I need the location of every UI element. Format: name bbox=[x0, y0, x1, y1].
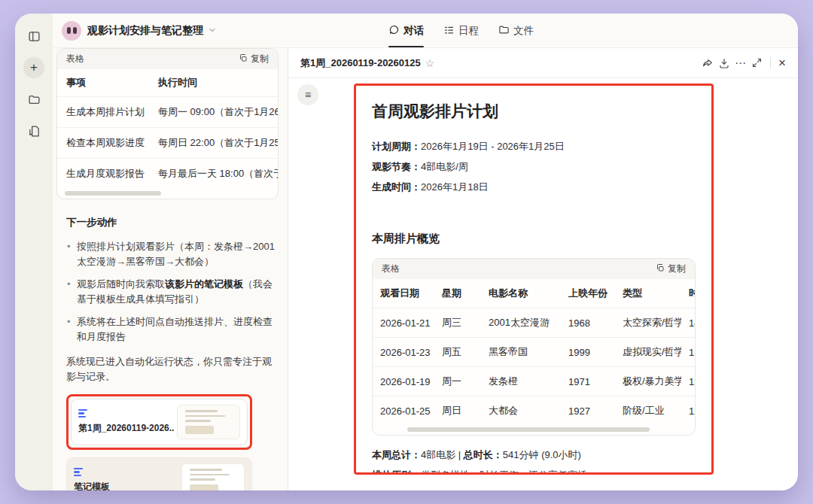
divider bbox=[770, 57, 771, 69]
file-card-template[interactable]: 笔记模板 bbox=[66, 457, 252, 490]
next-actions-heading: 下一步动作 bbox=[66, 216, 276, 229]
left-rail: + bbox=[15, 14, 53, 490]
desktop-backdrop: + 观影计划安排与笔记整理 对话 日程 bbox=[0, 0, 813, 504]
table-row: 2026-01-21周三 2001太空漫游1968 太空探索/哲学14 bbox=[373, 308, 696, 338]
summary-block: 本周总计：4部电影 | 总时长：541分钟 (9.0小时) 排片原则：类型多样性… bbox=[372, 445, 696, 475]
folder-icon bbox=[498, 24, 510, 38]
copy-icon bbox=[239, 53, 248, 65]
tab-schedule[interactable]: 日程 bbox=[443, 14, 479, 47]
new-chat-button[interactable]: + bbox=[23, 57, 44, 78]
movie-table: 观看日期星期 电影名称上映年份 类型时 2026-01-21周三 2001太空漫… bbox=[373, 279, 696, 425]
meta-line: 计划周期：2026年1月19日 - 2026年1月25日 bbox=[372, 136, 696, 156]
tab-chat[interactable]: 对话 bbox=[388, 14, 424, 47]
horizontal-scrollbar[interactable] bbox=[407, 427, 650, 432]
horizontal-scrollbar[interactable] bbox=[65, 191, 161, 196]
summary-line: 本周总计：4部电影 | 总时长：541分钟 (9.0小时) bbox=[372, 445, 696, 465]
conversation-title[interactable]: 观影计划安排与笔记整理 bbox=[87, 24, 203, 38]
document-heading: 首周观影排片计划 bbox=[372, 101, 696, 122]
table-header-row: 观看日期星期 电影名称上映年份 类型时 bbox=[373, 279, 696, 308]
file-card-week1[interactable]: 第1周_20260119-2026... bbox=[71, 399, 248, 445]
file-import-icon[interactable] bbox=[23, 120, 44, 141]
document-title: 第1周_20260119-20260125 bbox=[300, 56, 421, 70]
summary-line: 排片原则：类型多样性、时长平衡、评分高低穿插 bbox=[372, 465, 696, 475]
file-thumbnail bbox=[177, 405, 240, 439]
chevron-down-icon[interactable] bbox=[208, 24, 217, 38]
annotation-highlight-box: 第1周_20260119-2026... bbox=[66, 394, 252, 450]
document-body: ≡ 首周观影排片计划 计划周期：2026年1月19日 - 2026年1月25日 … bbox=[288, 78, 798, 490]
table-header-row: 事项执行时间 bbox=[57, 69, 278, 97]
chat-panel: 表格 复制 事项执行时间 生成本周排片计划每周一 09:00（首次于1月26日）… bbox=[53, 48, 288, 490]
table-row: 2026-01-19周一 发条橙1971 极权/暴力美学13 bbox=[373, 367, 696, 396]
meta-line: 观影节奏：4部电影/周 bbox=[372, 156, 696, 177]
document-panel: 第1周_20260119-20260125 ☆ ⋯ × ≡ 首周观影排片计划 计… bbox=[288, 48, 798, 490]
app-logo bbox=[62, 21, 81, 41]
folder-icon[interactable] bbox=[23, 89, 44, 110]
copy-icon bbox=[656, 263, 665, 275]
movie-table-card: 表格 复制 观看日期星期 电影名称上映年份 类型时 bbox=[372, 258, 696, 436]
copy-button[interactable]: 复制 bbox=[239, 53, 269, 65]
app-window: + 观影计划安排与笔记整理 对话 日程 bbox=[15, 14, 798, 490]
tab-files[interactable]: 文件 bbox=[498, 14, 534, 47]
list-item: 观影后随时向我索取该影片的笔记模板（我会基于模板生成具体填写指引） bbox=[66, 277, 276, 307]
outline-toggle-button[interactable]: ≡ bbox=[297, 84, 318, 105]
schedule-table-card: 表格 复制 事项执行时间 生成本周排片计划每周一 09:00（首次于1月26日）… bbox=[56, 48, 279, 199]
list-item: 按照排片计划观看影片（本周：发条橙→2001太空漫游→黑客帝国→大都会） bbox=[66, 239, 276, 269]
table-row: 检查本周观影进度每周日 22:00（首次于1月25日） bbox=[57, 128, 278, 159]
close-icon[interactable]: × bbox=[778, 56, 786, 71]
sidebar-toggle-icon[interactable] bbox=[23, 26, 44, 47]
chat-bubble-icon bbox=[388, 24, 400, 38]
more-options-icon[interactable]: ⋯ bbox=[735, 57, 747, 68]
table-row: 2026-01-23周五 黑客帝国1999 虚拟现实/哲学13 bbox=[373, 338, 696, 367]
next-actions-list: 按照排片计划观看影片（本周：发条橙→2001太空漫游→黑客帝国→大都会） 观影后… bbox=[66, 239, 276, 345]
table-row: 2026-01-25周日 大都会1927 阶级/工业12 bbox=[373, 396, 696, 426]
expand-icon[interactable] bbox=[751, 57, 763, 68]
table-card-label: 表格 bbox=[66, 53, 84, 65]
table-row: 生成月度观影报告每月最后一天 18:00（首次于1月 bbox=[57, 159, 278, 190]
file-thumbnail bbox=[181, 463, 245, 490]
section-heading: 本周排片概览 bbox=[372, 232, 696, 246]
table-row: 生成本周排片计划每周一 09:00（首次于1月26日） bbox=[57, 97, 278, 128]
top-header: 观影计划安排与笔记整理 对话 日程 文件 bbox=[53, 14, 798, 48]
copy-button[interactable]: 复制 bbox=[656, 263, 686, 275]
list-item: 系统将在上述时间点自动推送排片、进度检查和月度报告 bbox=[66, 314, 276, 345]
annotation-highlight-box: 首周观影排片计划 计划周期：2026年1月19日 - 2026年1月25日 观影… bbox=[354, 83, 714, 475]
share-icon[interactable] bbox=[702, 57, 714, 69]
meta-line: 生成时间：2026年1月18日 bbox=[372, 177, 696, 197]
closing-text: 系统现已进入自动化运行状态，你只需专注于观影与记录。 bbox=[66, 354, 276, 384]
schedule-table: 事项执行时间 生成本周排片计划每周一 09:00（首次于1月26日） 检查本周观… bbox=[57, 69, 278, 189]
table-card-label: 表格 bbox=[382, 263, 400, 275]
checklist-icon bbox=[443, 24, 455, 38]
view-tabs: 对话 日程 文件 bbox=[388, 14, 534, 47]
star-icon[interactable]: ☆ bbox=[425, 57, 435, 69]
download-icon[interactable] bbox=[718, 57, 730, 69]
document-header: 第1周_20260119-20260125 ☆ ⋯ × bbox=[288, 48, 798, 78]
document-icon bbox=[74, 468, 110, 477]
document-icon bbox=[78, 409, 175, 418]
